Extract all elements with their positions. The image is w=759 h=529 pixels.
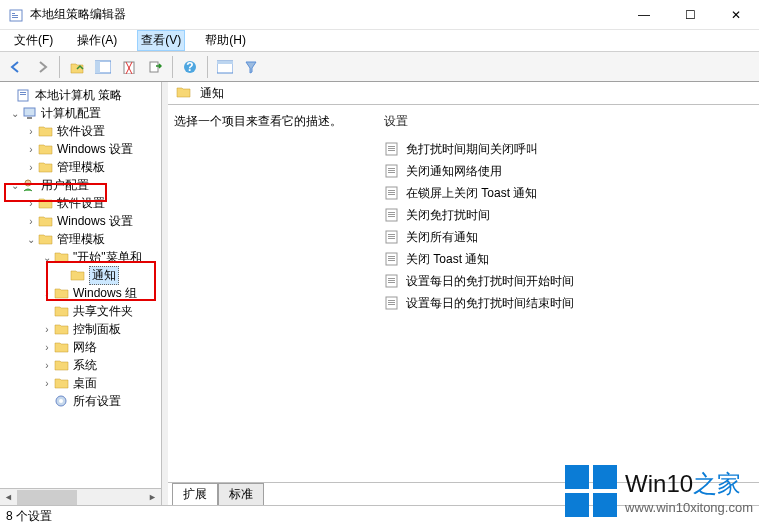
- svg-rect-45: [388, 278, 395, 279]
- tree-label: 控制面板: [73, 321, 121, 338]
- tree-label: 计算机配置: [41, 105, 101, 122]
- menu-file[interactable]: 文件(F): [10, 30, 57, 51]
- tree-label: Windows 设置: [57, 213, 133, 230]
- window-title: 本地组策略编辑器: [30, 6, 621, 23]
- tree-pane: 本地计算机 策略 ⌄ 计算机配置 ›软件设置 ›Windows 设置 ›管理模板…: [0, 82, 162, 505]
- settings-column-header[interactable]: 设置: [384, 113, 753, 130]
- chevron-right-icon[interactable]: ›: [40, 288, 54, 299]
- up-button[interactable]: [65, 55, 89, 79]
- menu-action[interactable]: 操作(A): [73, 30, 121, 51]
- svg-rect-3: [12, 17, 18, 18]
- minimize-button[interactable]: —: [621, 0, 667, 30]
- tab-extended[interactable]: 扩展: [172, 483, 218, 505]
- content-body: 选择一个项目来查看它的描述。 设置 免打扰时间期间关闭呼叫关闭通知网络使用在锁屏…: [168, 105, 759, 483]
- svg-rect-31: [388, 194, 395, 195]
- setting-item[interactable]: 设置每日的免打扰时间结束时间: [384, 292, 753, 314]
- tree-label: 管理模板: [57, 231, 105, 248]
- svg-rect-43: [388, 260, 395, 261]
- scroll-left-button[interactable]: ◄: [0, 489, 17, 506]
- svg-text:?: ?: [186, 60, 193, 74]
- tree-label: 系统: [73, 357, 97, 374]
- chevron-right-icon[interactable]: ›: [40, 324, 54, 335]
- setting-item[interactable]: 免打扰时间期间关闭呼叫: [384, 138, 753, 160]
- svg-rect-23: [388, 150, 395, 151]
- tree-item[interactable]: ⌄管理模板: [0, 230, 161, 248]
- svg-rect-38: [388, 236, 395, 237]
- chevron-down-icon[interactable]: ⌄: [8, 180, 22, 191]
- tree-item[interactable]: ⌄"开始"菜单和: [0, 248, 161, 266]
- policy-item-icon: [384, 141, 400, 157]
- user-icon: [22, 178, 38, 192]
- tree-root[interactable]: 本地计算机 策略: [0, 86, 161, 104]
- tree-item[interactable]: ›系统: [0, 356, 161, 374]
- setting-item[interactable]: 关闭通知网络使用: [384, 160, 753, 182]
- content-header: 通知: [168, 82, 759, 105]
- tree: 本地计算机 策略 ⌄ 计算机配置 ›软件设置 ›Windows 设置 ›管理模板…: [0, 82, 161, 414]
- tree-hscrollbar[interactable]: ◄ ►: [0, 488, 161, 505]
- folder-icon: [54, 340, 70, 354]
- tree-item-notifications[interactable]: 通知: [0, 266, 161, 284]
- chevron-right-icon[interactable]: ›: [40, 342, 54, 353]
- tree-item[interactable]: 共享文件夹: [0, 302, 161, 320]
- chevron-right-icon[interactable]: ›: [24, 216, 38, 227]
- setting-item[interactable]: 关闭免打扰时间: [384, 204, 753, 226]
- chevron-right-icon[interactable]: ›: [40, 378, 54, 389]
- properties-button[interactable]: [213, 55, 237, 79]
- tree-computer-config[interactable]: ⌄ 计算机配置: [0, 104, 161, 122]
- svg-rect-50: [388, 302, 395, 303]
- tree-item[interactable]: ›控制面板: [0, 320, 161, 338]
- chevron-right-icon[interactable]: ›: [40, 360, 54, 371]
- chevron-down-icon[interactable]: ⌄: [24, 234, 38, 245]
- close-button[interactable]: ✕: [713, 0, 759, 30]
- setting-item[interactable]: 关闭所有通知: [384, 226, 753, 248]
- chevron-right-icon[interactable]: ›: [24, 198, 38, 209]
- svg-rect-21: [388, 146, 395, 147]
- app-icon: [8, 7, 24, 23]
- tree-item[interactable]: 所有设置: [0, 392, 161, 410]
- policy-item-icon: [384, 251, 400, 267]
- tree-item[interactable]: ›软件设置: [0, 194, 161, 212]
- tree-item[interactable]: ›Windows 设置: [0, 212, 161, 230]
- setting-label: 设置每日的免打扰时间开始时间: [406, 273, 574, 290]
- setting-item[interactable]: 在锁屏上关闭 Toast 通知: [384, 182, 753, 204]
- chevron-right-icon[interactable]: ›: [24, 162, 38, 173]
- scroll-right-button[interactable]: ►: [144, 489, 161, 506]
- policy-item-icon: [384, 163, 400, 179]
- back-button[interactable]: [4, 55, 28, 79]
- tree-item[interactable]: ›软件设置: [0, 122, 161, 140]
- tree-item[interactable]: ›Windows 设置: [0, 140, 161, 158]
- setting-label: 关闭 Toast 通知: [406, 251, 489, 268]
- svg-rect-14: [20, 94, 26, 95]
- chevron-right-icon[interactable]: ›: [24, 144, 38, 155]
- forward-button[interactable]: [30, 55, 54, 79]
- export-button[interactable]: [143, 55, 167, 79]
- chevron-down-icon[interactable]: ⌄: [40, 252, 54, 263]
- svg-rect-25: [388, 168, 395, 169]
- folder-icon: [54, 250, 70, 264]
- setting-item[interactable]: 关闭 Toast 通知: [384, 248, 753, 270]
- help-button[interactable]: ?: [178, 55, 202, 79]
- scroll-thumb[interactable]: [17, 490, 77, 505]
- tree-item[interactable]: ›Windows 组: [0, 284, 161, 302]
- maximize-button[interactable]: ☐: [667, 0, 713, 30]
- chevron-right-icon[interactable]: ›: [24, 126, 38, 137]
- filter-button[interactable]: [239, 55, 263, 79]
- delete-button[interactable]: [117, 55, 141, 79]
- toolbar-separator: [207, 56, 208, 78]
- tree-item[interactable]: ›管理模板: [0, 158, 161, 176]
- tree-user-config[interactable]: ⌄ 用户配置: [0, 176, 161, 194]
- svg-rect-26: [388, 170, 395, 171]
- svg-rect-15: [24, 108, 35, 116]
- tree-label: Windows 组: [73, 285, 137, 302]
- svg-rect-29: [388, 190, 395, 191]
- tab-standard[interactable]: 标准: [218, 483, 264, 505]
- folder-icon: [38, 196, 54, 210]
- tree-item[interactable]: ›网络: [0, 338, 161, 356]
- setting-item[interactable]: 设置每日的免打扰时间开始时间: [384, 270, 753, 292]
- show-hide-tree-button[interactable]: [91, 55, 115, 79]
- menu-view[interactable]: 查看(V): [137, 30, 185, 51]
- tree-item[interactable]: ›桌面: [0, 374, 161, 392]
- scroll-track[interactable]: [17, 489, 144, 506]
- chevron-down-icon[interactable]: ⌄: [8, 108, 22, 119]
- menu-help[interactable]: 帮助(H): [201, 30, 250, 51]
